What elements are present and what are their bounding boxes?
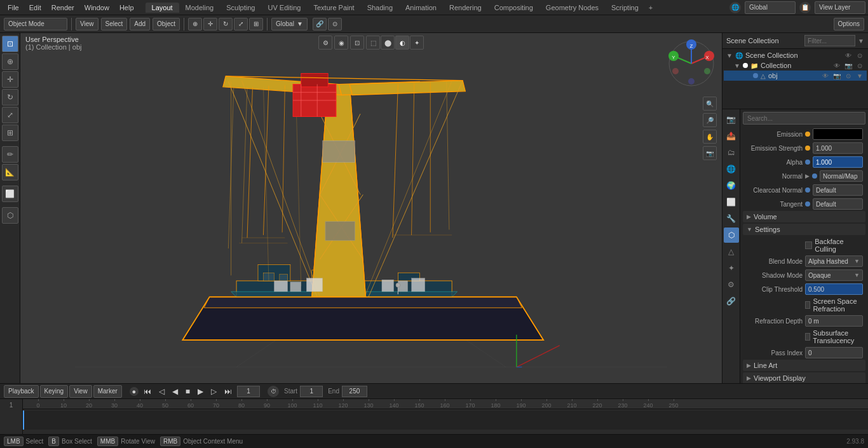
tab-animation[interactable]: Animation [399,3,443,13]
tab-scripting[interactable]: Scripting [605,3,645,13]
tool-scale[interactable]: ⤢ [2,107,18,123]
stop-btn[interactable]: ■ [183,386,193,397]
timeline-body[interactable]: 1 0 10 20 30 40 50 60 70 80 90 100 [0,399,868,434]
mode-selector[interactable]: Object Mode [4,18,67,31]
jump-to-start-btn[interactable]: ⏮ [141,386,154,397]
props-view-layer-icon[interactable]: 🗂 [724,145,739,160]
vp-camera-btn[interactable]: 📷 [703,146,717,160]
normal-value[interactable]: Normal/Map [820,170,863,182]
transform-scale-btn[interactable]: ⤢ [234,18,248,31]
refraction-depth-value[interactable]: 0 m [805,315,863,327]
transform-all-btn[interactable]: ⊞ [249,18,263,31]
menu-file[interactable]: File [3,3,24,13]
blend-mode-dropdown[interactable]: Alpha Hashed ▼ [805,255,863,267]
play-btn[interactable]: ▶ [195,386,206,397]
clearcoat-normal-dot[interactable] [805,187,810,193]
emission-strength-dot[interactable] [805,146,810,151]
clearcoat-normal-value[interactable]: Default [813,184,863,196]
current-frame-input[interactable]: 1 [237,386,260,397]
tab-texture-paint[interactable]: Texture Paint [307,3,360,13]
outliner-item-obj[interactable]: △ obj 👁 📷 ⊙ ▼ [724,71,867,81]
vp-zoom-out-btn[interactable]: 🔎 [703,113,717,127]
viewport-display-section-header[interactable]: ▶ Viewport Display [743,372,865,383]
viewport[interactable]: User Perspective (1) Collection | obj ⚙ … [20,33,722,383]
obj-eye-icon[interactable]: 👁 [821,72,830,79]
props-modifier-icon[interactable]: 🔧 [724,211,739,226]
tab-modeling[interactable]: Modeling [179,3,220,13]
emission-value[interactable] [813,128,863,140]
tab-rendering[interactable]: Rendering [443,3,488,13]
tab-compositing[interactable]: Compositing [488,3,539,13]
jump-back-btn[interactable]: ◁ [156,386,167,397]
obj-camera-icon[interactable]: 📷 [832,72,841,79]
keying-menu[interactable]: Keying [40,385,69,398]
obj-filter-icon[interactable]: ▼ [855,72,864,79]
props-constraints-icon[interactable]: 🔗 [724,294,739,309]
volume-section-header[interactable]: ▶ Volume [743,211,865,222]
tab-uv-editing[interactable]: UV Editing [261,3,307,13]
subsurface-translucency-checkbox[interactable] [805,333,810,341]
tool-move[interactable]: ✛ [2,71,18,88]
view-menu[interactable]: View [76,18,98,31]
end-frame-input[interactable]: 250 [342,386,367,397]
scene-selector[interactable]: Global [745,1,796,14]
tool-measure[interactable]: 📐 [2,164,18,180]
proportional-btn[interactable]: ⊙ [328,18,342,31]
props-output-icon[interactable]: 📤 [724,128,739,144]
marker-menu[interactable]: Marker [93,385,122,398]
collection-camera-icon[interactable]: 📷 [844,62,853,69]
settings-section-header[interactable]: ▼ Settings [743,224,865,235]
tool-cursor[interactable]: ⊕ [2,53,18,70]
add-menu[interactable]: Add [130,18,150,31]
menu-edit[interactable]: Edit [24,3,46,13]
tab-sculpting[interactable]: Sculpting [220,3,261,13]
select-menu[interactable]: Select [101,18,128,31]
tangent-dot[interactable] [805,201,810,207]
scene-collection-render-icon[interactable]: ⊙ [855,52,864,59]
navigation-gizmo[interactable]: X Y Z [666,38,717,89]
clip-threshold-value[interactable]: 0.500 [805,283,863,295]
outliner-search-input[interactable] [804,35,855,46]
play-back-btn[interactable]: ◀ [170,386,180,397]
jump-to-end-btn[interactable]: ⏭ [222,386,234,397]
vp-zoom-in-btn[interactable]: 🔍 [703,97,717,111]
alpha-value[interactable]: 1.000 [813,156,863,168]
collection-render-icon[interactable]: ⊙ [855,62,864,69]
props-render-icon[interactable]: 📷 [724,112,739,127]
props-search-input[interactable] [743,112,865,125]
menu-help[interactable]: Help [114,3,139,13]
tangent-value[interactable]: Default [813,198,863,210]
3d-scene[interactable] [20,33,722,383]
alpha-dot[interactable] [805,160,810,165]
props-scene-icon[interactable]: 🌐 [724,161,739,177]
tool-add[interactable]: ⬜ [2,186,18,202]
tool-annotate[interactable]: ✏ [2,146,18,163]
tool-select[interactable]: ⊡ [2,36,18,52]
timeline-track[interactable] [23,411,868,430]
outliner-filter-btn[interactable]: ▼ [858,37,864,44]
backface-culling-checkbox[interactable] [805,241,812,249]
view-layer-dropdown[interactable]: 📋 [799,2,811,13]
menu-render[interactable]: Render [46,3,79,13]
emission-dot[interactable] [805,132,810,137]
transform-move-btn[interactable]: ✛ [203,18,217,31]
view-layer-selector[interactable]: View Layer [815,1,865,14]
playback-menu[interactable]: Playback [4,385,39,398]
props-material-icon[interactable]: ⬡ [724,227,739,243]
props-particles-icon[interactable]: ✦ [724,261,739,276]
add-workspace-button[interactable]: + [645,3,656,13]
options-btn[interactable]: Options [834,18,864,31]
tool-rotate[interactable]: ↻ [2,89,18,105]
normal-expand-icon[interactable]: ▶ [805,173,810,179]
props-world-icon[interactable]: 🌍 [724,178,739,193]
pass-index-value[interactable]: 0 [805,347,863,358]
timeline-record-indicator[interactable]: ● [130,387,139,396]
scene-collection-eye-icon[interactable]: 👁 [844,52,853,59]
transform-rotate-btn[interactable]: ↻ [219,18,233,31]
obj-render-icon[interactable]: ⊙ [844,72,853,79]
timeline-clock-btn[interactable]: ⏱ [268,386,279,397]
outliner-item-scene-collection[interactable]: ▼ 🌐 Scene Collection 👁 ⊙ [724,50,867,60]
object-menu[interactable]: Object [153,18,180,31]
snap-btn[interactable]: 🔗 [313,18,327,31]
normal-dot[interactable] [812,173,817,179]
